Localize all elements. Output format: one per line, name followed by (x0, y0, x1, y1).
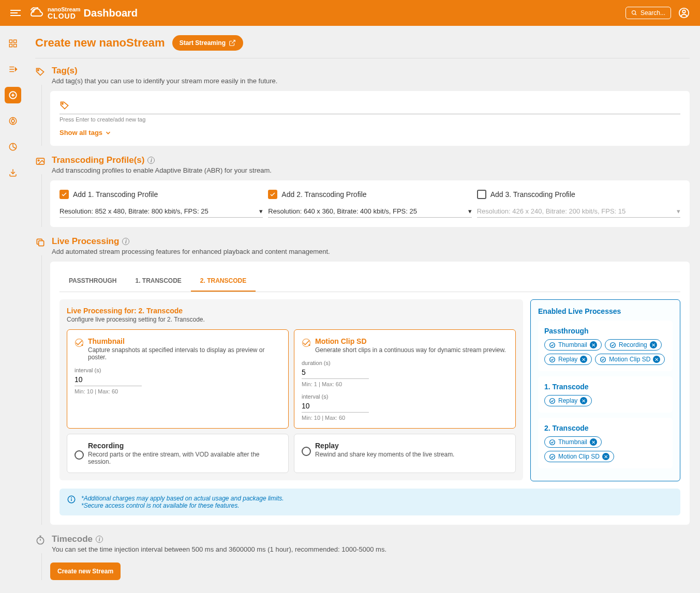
chevron-down-icon (105, 129, 112, 136)
tags-subtitle: Add tag(s) that you can use to identify … (52, 77, 277, 85)
svg-point-27 (38, 160, 39, 161)
motion-interval-hint: Min: 10 | Max: 60 (302, 415, 508, 421)
thumbnail-desc: Capture snapshots at specified intervals… (88, 346, 281, 361)
check-circle-icon (549, 453, 556, 460)
timecode-title: Timecode (52, 534, 93, 544)
sidebar-analytics[interactable] (5, 139, 21, 155)
process-chip[interactable]: Motion Clip SD✕ (544, 451, 614, 462)
sidebar (0, 26, 26, 593)
stopwatch-icon (35, 535, 46, 545)
avatar-icon[interactable] (678, 7, 690, 19)
motion-desc: Generate short clips in a continuous way… (315, 346, 506, 354)
live-subtitle: Add automated stream processing features… (52, 248, 330, 255)
sidebar-world[interactable] (5, 113, 21, 129)
timecode-subtitle: You can set the time injection interval … (52, 545, 386, 553)
motion-duration-input[interactable] (302, 366, 369, 379)
tags-title: Tag(s) (52, 66, 277, 76)
main-content: Create new nanoStream Start Streaming Ta… (26, 26, 700, 593)
menu-icon[interactable] (10, 8, 21, 18)
brand-big: CLOUD (48, 12, 81, 20)
page-title: Create new nanoStream (35, 36, 165, 50)
profile-checkbox-3[interactable] (477, 190, 486, 199)
remove-chip-icon[interactable]: ✕ (580, 356, 587, 363)
check-add-icon (302, 338, 311, 347)
brand-logo: nanoStream CLOUD Dashboard (30, 7, 138, 20)
process-chip[interactable]: Replay✕ (544, 354, 592, 365)
app-header: nanoStream CLOUD Dashboard Search... (0, 0, 700, 26)
external-link-icon (229, 39, 236, 47)
motion-interval-label: interval (s) (302, 393, 508, 400)
start-streaming-button[interactable]: Start Streaming (172, 35, 243, 51)
process-chip[interactable]: Motion Clip SD✕ (595, 354, 665, 365)
replay-feature[interactable]: Replay Rewind and share key moments of t… (294, 434, 516, 473)
live-title: Live Processing (52, 236, 119, 247)
profiles-subtitle: Add transcoding profiles to enable Adapt… (52, 166, 272, 174)
info-icon[interactable]: i (96, 536, 103, 543)
brand-small: nanoStream (48, 7, 81, 12)
svg-point-24 (38, 69, 39, 71)
svg-rect-4 (9, 40, 12, 42)
create-stream-button[interactable]: Create new Stream (50, 562, 121, 580)
thumbnail-interval-label: interval (s) (75, 367, 281, 373)
motion-duration-label: duration (s) (302, 360, 508, 366)
recording-desc: Record parts or the entire stream, with … (88, 451, 281, 465)
recording-feature[interactable]: Recording Record parts or the entire str… (67, 434, 289, 473)
recording-title: Recording (88, 442, 281, 450)
sidebar-dashboard[interactable] (5, 35, 21, 52)
profile-select-2[interactable]: Resolution: 640 x 360, Bitrate: 400 kbit… (268, 205, 471, 218)
info-icon[interactable]: i (122, 238, 129, 245)
tab-2-transcode[interactable]: 2. TRANSCODE (191, 271, 256, 292)
thumbnail-feature[interactable]: Thumbnail Capture snapshots at specified… (67, 329, 289, 429)
profile-checkbox-1[interactable] (59, 190, 69, 199)
profile-checkbox-2[interactable] (268, 190, 277, 199)
tab-1-transcode[interactable]: 1. TRANSCODE (126, 271, 190, 292)
show-all-tags-button[interactable]: Show all tags (59, 129, 680, 136)
info-icon[interactable]: i (147, 157, 155, 164)
thumbnail-title: Thumbnail (88, 337, 281, 345)
remove-chip-icon[interactable]: ✕ (590, 341, 597, 348)
image-icon (35, 156, 46, 166)
remove-chip-icon[interactable]: ✕ (590, 438, 597, 446)
check-circle-icon (600, 356, 606, 363)
thumbnail-interval-input[interactable] (75, 373, 142, 386)
sidebar-streams[interactable] (5, 61, 21, 78)
profile-label: Add 1. Transcoding Profile (73, 190, 158, 199)
process-group-name: 1. Transcode (544, 383, 666, 391)
svg-point-16 (11, 119, 14, 123)
info-banner: *Additional charges may apply based on a… (59, 489, 680, 515)
process-chip[interactable]: Thumbnail✕ (544, 339, 602, 351)
info-icon (67, 495, 76, 509)
remove-chip-icon[interactable]: ✕ (580, 397, 587, 404)
sidebar-download[interactable] (5, 164, 21, 181)
motion-duration-hint: Min: 1 | Max: 60 (302, 381, 508, 387)
radio-icon (302, 447, 311, 456)
process-chip[interactable]: Replay✕ (544, 395, 592, 406)
search-button[interactable]: Search... (625, 7, 671, 19)
enabled-processes-panel: Enabled Live Processes PassthroughThumbn… (530, 299, 680, 481)
check-circle-icon (549, 439, 556, 446)
svg-line-21 (13, 147, 16, 148)
remove-chip-icon[interactable]: ✕ (650, 341, 657, 348)
profiles-title: Transcoding Profile(s) (52, 155, 144, 165)
tab-passthrough[interactable]: PASSTHROUGH (59, 271, 126, 292)
copy-icon (35, 237, 46, 248)
profile-select-1[interactable]: Resolution: 852 x 480, Bitrate: 800 kbit… (59, 205, 263, 218)
tag-input[interactable] (75, 101, 680, 110)
profile-label: Add 2. Transcoding Profile (281, 190, 366, 199)
process-chip[interactable]: Thumbnail✕ (544, 436, 602, 448)
motion-clip-feature[interactable]: Motion Clip SD Generate short clips in a… (294, 329, 516, 429)
motion-interval-input[interactable] (302, 400, 369, 413)
dropdown-icon: ▾ (677, 207, 680, 215)
radio-icon (75, 450, 84, 460)
sidebar-create[interactable] (5, 87, 21, 103)
remove-chip-icon[interactable]: ✕ (653, 356, 660, 363)
check-add-icon (75, 338, 84, 347)
motion-title: Motion Clip SD (315, 337, 506, 345)
dropdown-icon: ▾ (468, 207, 472, 215)
cloud-wave-icon (30, 7, 43, 19)
process-chip[interactable]: Recording✕ (605, 339, 662, 351)
remove-chip-icon[interactable]: ✕ (602, 453, 609, 460)
tag-help: Press Enter to create/add new tag (59, 116, 680, 123)
svg-rect-5 (14, 40, 17, 42)
process-group-name: Passthrough (544, 327, 666, 335)
